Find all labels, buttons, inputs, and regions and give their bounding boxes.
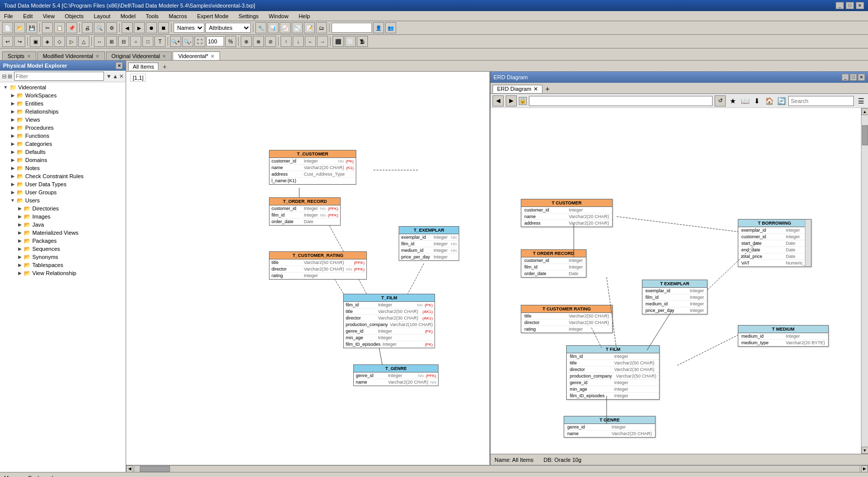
tree-toggle[interactable]: ▶	[9, 157, 16, 163]
canvas-table-t_genre_c[interactable]: T_GENREgenre_idIntegerNN(PFK)nameVarchar…	[353, 364, 439, 386]
toolbar2-btn-16[interactable]: ⊕	[241, 36, 252, 47]
filter-up-icon[interactable]: ▲	[113, 73, 118, 80]
tree-item-categories[interactable]: ▶📂Categories	[0, 140, 126, 148]
erd-scroll-thumb[interactable]	[862, 125, 868, 145]
toolbar2-btn-4[interactable]: ▷	[66, 36, 77, 47]
tab-modified-close[interactable]: ✕	[95, 54, 99, 59]
toolbar2-redo[interactable]: ↪	[14, 36, 25, 47]
tree-toggle[interactable]: ▶	[16, 222, 23, 227]
tree-item-relationships[interactable]: ▶📂Relationships	[0, 108, 126, 116]
filter-down-icon[interactable]: ▼	[106, 73, 112, 80]
tree-item-views[interactable]: ▶📂Views	[0, 116, 126, 124]
tree-toggle[interactable]: ▶	[9, 93, 16, 98]
toolbar2-btn-5[interactable]: △	[78, 36, 89, 47]
tree-item-user-groups[interactable]: ▶📂User Groups	[0, 188, 126, 196]
browser-lock-icon[interactable]: 🔒	[519, 97, 527, 105]
toolbar2-btn-2[interactable]: ◈	[42, 36, 53, 47]
toolbar2-btn-19[interactable]: ↑	[281, 36, 292, 47]
toolbar-new[interactable]: 📄	[2, 22, 13, 33]
erd-url-input[interactable]: file:///C:/Report_Videorental_All Items.…	[529, 96, 713, 106]
tree-item-domains[interactable]: ▶📂Domains	[0, 156, 126, 164]
tree-toggle[interactable]: ▶	[9, 149, 16, 154]
toolbar-search-input[interactable]	[332, 23, 372, 33]
canvas-table-t_exemplar_c[interactable]: T_EXEMPLARexemplar_idIntegerNNfilm_idInt…	[399, 226, 459, 261]
tree-toggle[interactable]: ▶	[16, 262, 23, 268]
canvas-table-t_film_c[interactable]: T_FILMfilm_idIntegerNN(PK)titleVarchar2(…	[343, 294, 435, 348]
toolbar2-btn-11[interactable]: T	[154, 36, 166, 47]
erd-tab-add[interactable]: +	[542, 84, 553, 93]
toolbar-btn-16[interactable]: 🗂	[316, 22, 327, 33]
tree-toggle[interactable]: ▶	[9, 117, 16, 122]
tree-toggle[interactable]: ▶	[9, 101, 16, 106]
tree-toggle[interactable]: ▶	[16, 246, 23, 251]
erd-table-t_film[interactable]: T FILMfilm_idIntegertitleVarchar2(50 CHA…	[566, 345, 660, 400]
erd-table-scrollbar[interactable]	[805, 220, 811, 267]
toolbar-btn-11[interactable]: 🔧	[255, 22, 266, 33]
tree-toggle[interactable]: ▶	[16, 238, 23, 243]
toolbar2-btn-23[interactable]: ⬛	[333, 36, 344, 47]
toolbar-btn-14[interactable]: 📉	[292, 22, 303, 33]
toolbar-btn-9[interactable]: ⏺	[146, 22, 157, 33]
toolbar-btn-15[interactable]: 📝	[304, 22, 315, 33]
menu-settings[interactable]: Settings	[237, 13, 261, 20]
menu-tools[interactable]: Tools	[144, 13, 161, 20]
browser-star-icon[interactable]: ★	[728, 96, 738, 106]
tree-item-workspaces[interactable]: ▶📂WorkSpaces	[0, 91, 126, 99]
menu-layout[interactable]: Layout	[92, 13, 113, 20]
menu-help[interactable]: Help	[297, 13, 312, 20]
hscroll-thumb[interactable]	[140, 466, 170, 472]
tree-item-check-constraint-rules[interactable]: ▶📂Check Constraint Rules	[0, 172, 126, 180]
tree-item-videorental[interactable]: ▼📁Videorental	[0, 83, 126, 91]
names-dropdown[interactable]: Names	[174, 23, 204, 33]
maximize-button[interactable]: □	[846, 2, 854, 9]
filter-input[interactable]	[14, 72, 104, 81]
panel-close-btn[interactable]: ✕	[116, 62, 123, 69]
toolbar2-btn-24[interactable]: ⬜	[345, 36, 356, 47]
tree-toggle[interactable]: ▶	[9, 133, 16, 138]
tree-toggle[interactable]: ▶	[9, 166, 16, 171]
erd-canvas[interactable]: T CUSTOMERcustomer_idIntegernameVarchar2…	[491, 108, 861, 454]
toolbar2-undo[interactable]: ↩	[2, 36, 13, 47]
tree-item-materialized-views[interactable]: ▶📂Materialized Views	[0, 229, 126, 237]
erd-table-t_medium[interactable]: T MEDIUMmedium_idIntegermedium_typeVarch…	[738, 325, 829, 347]
hscroll-right[interactable]: ▶	[861, 465, 868, 472]
toolbar-btn-3[interactable]: 📌	[66, 22, 77, 33]
toolbar2-btn-18[interactable]: ⊘	[265, 36, 276, 47]
toolbar-btn-4[interactable]: 🖨	[82, 22, 93, 33]
tab-scripts-close[interactable]: ✕	[27, 54, 31, 59]
filter-clear-icon[interactable]: ✕	[119, 73, 124, 80]
tree-toggle[interactable]: ▶	[16, 214, 23, 219]
browser-forward-btn[interactable]: ▶	[506, 95, 517, 107]
erd-scroll-up[interactable]: ▲	[861, 108, 869, 115]
canvas-tab-all-items[interactable]: All Items	[128, 63, 158, 70]
erd-table-t_exemplar[interactable]: T EXEMPLARexemplar_idIntegerfilm_idInteg…	[642, 280, 708, 314]
canvas-table-t_order_record_c[interactable]: T_ORDER_RECORDcustomer_idIntegerNN(PFK)f…	[269, 197, 341, 226]
erd-table-t_order_record[interactable]: T ORDER RECORDcustomer_idIntegerfilm_idI…	[521, 249, 586, 278]
toolbar2-btn-9[interactable]: ○	[130, 36, 141, 47]
toolbar-btn-7[interactable]: ◀	[122, 22, 133, 33]
tab-scripts[interactable]: Scripts ✕	[2, 51, 36, 60]
tree-item-directories[interactable]: ▶📂Directories	[0, 204, 126, 213]
browser-pocket-icon[interactable]: ⬇	[752, 96, 762, 106]
toolbar-btn-1[interactable]: ✂	[42, 22, 53, 33]
tree-item-notes[interactable]: ▶📂Notes	[0, 164, 126, 172]
tree-item-synonyms[interactable]: ▶📂Synonyms	[0, 253, 126, 261]
tree-toggle[interactable]: ▶	[9, 174, 16, 179]
tree-toggle[interactable]: ▶	[16, 254, 23, 259]
toolbar-btn-2[interactable]: 📋	[54, 22, 65, 33]
erd-close-btn[interactable]: ✕	[858, 74, 865, 81]
tab-modified-videorental[interactable]: Modified Videorental ✕	[37, 51, 105, 60]
tree-item-images[interactable]: ▶📂Images	[0, 213, 126, 221]
erd-minimize-btn[interactable]: _	[842, 74, 849, 81]
expand-all-icon[interactable]: ⊞	[8, 73, 12, 80]
menu-view[interactable]: View	[41, 13, 57, 20]
tree-toggle[interactable]: ▼	[2, 85, 9, 90]
toolbar2-btn-7[interactable]: ⊞	[106, 36, 117, 47]
tree-item-user-data-types[interactable]: ▶📂User Data Types	[0, 180, 126, 188]
erd-tab-erd-diagram[interactable]: ERD Diagram ✕	[493, 85, 542, 93]
tree-item-procedures[interactable]: ▶📂Procedures	[0, 124, 126, 132]
toolbar-btn-12[interactable]: 📊	[267, 22, 279, 33]
tab-original-close[interactable]: ✕	[162, 54, 166, 59]
toolbar2-btn-14[interactable]: ⛶	[194, 36, 205, 47]
minimize-button[interactable]: _	[836, 2, 844, 9]
